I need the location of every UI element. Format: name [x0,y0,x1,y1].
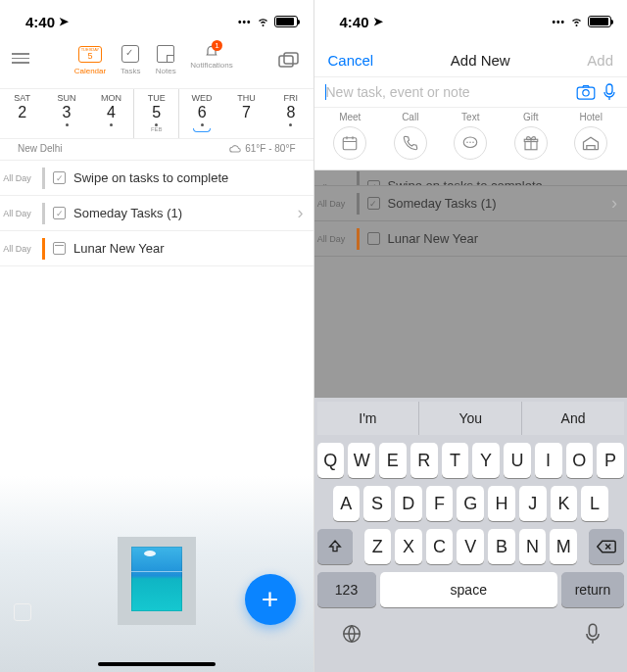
key-b[interactable]: B [488,529,515,564]
menu-button[interactable] [12,43,29,64]
quick-meet[interactable]: Meet [333,112,366,160]
task-row[interactable]: All Day✓Someday Tasks (1)› [314,186,628,221]
notification-badge: 1 [212,40,222,51]
task-row[interactable]: All Day✓Swipe on tasks to complete [314,170,628,186]
key-a[interactable]: A [333,486,361,521]
calendar-tab[interactable]: TUESDAY5 Calendar [74,43,106,75]
key-x[interactable]: X [395,529,422,564]
key-z[interactable]: Z [364,529,392,564]
key-g[interactable]: G [457,486,484,521]
task-row[interactable]: All Day✓Someday Tasks (1)› [0,196,314,231]
task-row[interactable]: All Day✓Swipe on tasks to complete [0,161,314,196]
key-y[interactable]: Y [472,443,500,478]
gift-icon [514,126,548,160]
key-h[interactable]: H [488,486,515,521]
suggestion[interactable]: I'm [317,402,419,435]
key-o[interactable]: O [566,443,594,478]
quick-gift[interactable]: Gift [514,112,548,160]
key-n[interactable]: N [519,529,547,564]
status-bar: 4:40 ➤ ••• [0,0,314,43]
key-d[interactable]: D [395,486,422,521]
quick-actions: MeetCallTextGiftHotel [314,108,628,170]
task-row[interactable]: All DayLunar New Year [0,231,314,266]
cards-icon [277,51,301,71]
key-i[interactable]: I [535,443,562,478]
key-u[interactable]: U [504,443,531,478]
right-screen: 4:40 ➤ ••• Cancel Add New Add New task, … [314,0,628,672]
day-fri[interactable]: FRI8 [268,89,313,138]
key-w[interactable]: W [348,443,375,478]
day-thu[interactable]: THU7 [224,89,268,138]
weather[interactable]: 61°F - 80°F [228,143,295,154]
cards-button[interactable] [277,43,301,74]
backspace-key[interactable] [589,529,624,564]
add-button[interactable]: Add [587,52,613,69]
checkbox-icon [121,45,139,63]
numeric-key[interactable]: 123 [317,572,376,607]
key-k[interactable]: K [551,486,578,521]
day-mon[interactable]: MON4 [89,89,133,138]
dictation-icon[interactable] [585,623,601,645]
clock: 4:40 [25,14,55,30]
svg-rect-0 [279,56,293,67]
svg-point-7 [467,142,469,144]
decorative-window [118,537,196,625]
week-strip: SAT2SUN3MON4TUE5FEBWED6THU7FRI8 [0,88,314,139]
svg-rect-4 [606,84,612,94]
microphone-icon[interactable] [603,83,615,101]
hotel-icon [574,126,607,160]
key-f[interactable]: F [426,486,454,521]
notes-tab[interactable]: Notes [155,43,176,75]
picture-button[interactable] [14,603,31,621]
key-t[interactable]: T [442,443,469,478]
note-icon [157,45,174,63]
key-j[interactable]: J [519,486,547,521]
key-p[interactable]: P [597,443,624,478]
key-r[interactable]: R [410,443,438,478]
key-q[interactable]: Q [317,443,345,478]
day-sun[interactable]: SUN3 [44,89,88,138]
suggestion[interactable]: You [418,402,522,435]
signal-icon: ••• [238,17,252,27]
location-label: New Delhi [18,143,63,154]
day-sat[interactable]: SAT2 [0,89,44,138]
key-s[interactable]: S [363,486,391,521]
key-c[interactable]: C [426,529,454,564]
home-indicator[interactable] [98,662,216,666]
wifi-icon [569,16,584,27]
add-fab[interactable]: + [245,574,296,625]
camera-icon[interactable] [576,84,596,100]
cancel-button[interactable]: Cancel [328,52,374,69]
quick-call[interactable]: Call [394,112,427,160]
suggestion-bar: I'mYouAnd [317,402,625,435]
sub-bar: New Delhi 61°F - 80°F [0,139,314,161]
battery-icon [588,16,611,27]
key-e[interactable]: E [379,443,407,478]
day-tue[interactable]: TUE5FEB [133,89,179,138]
svg-point-8 [470,142,472,144]
space-key[interactable]: space [380,572,558,607]
svg-rect-1 [284,53,298,64]
modal-title: Add New [451,52,510,69]
day-wed[interactable]: WED6 [179,89,223,138]
key-l[interactable]: L [581,486,608,521]
svg-rect-5 [344,138,358,150]
task-row[interactable]: All DayLunar New Year [314,221,628,257]
shift-key[interactable] [317,529,353,564]
tasks-tab[interactable]: Tasks [120,43,141,75]
phone-icon [394,126,427,160]
new-item-input[interactable]: New task, event or note [326,84,569,100]
globe-icon[interactable] [341,623,362,645]
key-m[interactable]: M [550,529,577,564]
clock: 4:40 [340,14,369,30]
quick-hotel[interactable]: Hotel [574,112,607,160]
quick-text[interactable]: Text [454,112,487,160]
notifications-tab[interactable]: 1 Notifications [190,43,233,75]
keyboard: I'mYouAnd QWERTYUIOP ASDFGHJKL ZXCVBNM 1… [314,398,628,672]
calendar-icon [333,126,366,160]
svg-rect-13 [589,624,596,636]
suggestion[interactable]: And [522,402,624,435]
return-key[interactable]: return [561,572,624,607]
svg-point-9 [473,142,475,144]
key-v[interactable]: V [457,529,484,564]
